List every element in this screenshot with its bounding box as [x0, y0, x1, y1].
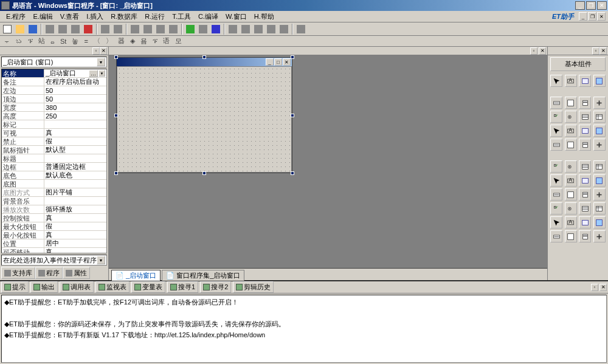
prop-row-标题[interactable]: 标题 — [2, 154, 106, 163]
prop-value-cell[interactable]: 假 — [44, 137, 106, 145]
tb-pause[interactable] — [197, 23, 209, 35]
tool-item-1[interactable]: A — [565, 75, 577, 87]
tab-vars[interactable]: 变量表 — [131, 281, 165, 293]
tool-item-32[interactable] — [550, 202, 562, 215]
form-max-button[interactable]: □ — [274, 58, 282, 66]
tool-item-15[interactable] — [593, 125, 606, 137]
prop-value-cell[interactable] — [44, 180, 106, 188]
tb-open[interactable] — [14, 23, 26, 35]
tool-item-4[interactable] — [550, 97, 562, 109]
event-selector[interactable]: 在此处选择加入事件处理子程序 ▼ — [1, 255, 107, 266]
tab-hint[interactable]: 提示 — [1, 281, 29, 293]
tool-item-33[interactable] — [565, 202, 577, 215]
al-2[interactable]: ፑ — [26, 36, 35, 46]
tb-d1[interactable] — [227, 23, 239, 35]
form-client-area[interactable] — [117, 66, 292, 173]
prop-value-cell[interactable]: 50 — [44, 95, 106, 103]
prop-value-cell[interactable]: 真 — [44, 214, 106, 222]
prop-value-cell[interactable]: 假 — [44, 222, 106, 230]
output-text[interactable]: ◆ET助手提醒您：ET助手加载完毕，按F12可调出词库，自动备份源码已开启！ ◆… — [1, 295, 607, 363]
al-6[interactable]: 놓 — [69, 36, 81, 46]
tb-layout2[interactable] — [142, 23, 154, 35]
tab-program[interactable]: 程序 — [35, 267, 63, 279]
tool-item-38[interactable] — [579, 216, 591, 228]
panel-close-button[interactable]: ✕ — [599, 47, 607, 55]
prop-row-备注[interactable]: 备注在程序启动后自动 — [2, 78, 106, 86]
tb-d3[interactable] — [252, 23, 264, 35]
doc-restore-button[interactable]: ❐ — [588, 12, 596, 21]
prop-row-底色[interactable]: 底色默认底色 — [2, 171, 106, 180]
tool-item-13[interactable]: A — [565, 125, 577, 137]
al-7[interactable]: = — [81, 37, 90, 46]
tool-item-29[interactable] — [565, 188, 577, 201]
tool-item-35[interactable] — [593, 202, 606, 215]
tab-startup-window[interactable]: 📄 _启动窗口 — [111, 270, 161, 281]
prop-row-左边[interactable]: 左边50 — [2, 86, 106, 95]
menu-run[interactable]: R.运行 — [141, 12, 168, 22]
tb-copy[interactable] — [57, 23, 69, 35]
prop-row-边框[interactable]: 边框普通固定边框 — [2, 163, 106, 171]
tb-d2[interactable] — [240, 23, 252, 35]
al-0[interactable]: ⫟ — [1, 37, 13, 46]
prop-row-位置[interactable]: 位置居中 — [2, 239, 106, 248]
al-13[interactable]: ፑ — [150, 36, 160, 46]
tool-item-7[interactable] — [593, 97, 606, 109]
tb-paste[interactable] — [69, 23, 81, 35]
tool-item-39[interactable] — [593, 216, 606, 228]
tb-new[interactable] — [1, 23, 13, 35]
close-button[interactable]: ✕ — [597, 1, 607, 10]
prop-value-cell[interactable] — [44, 197, 106, 205]
tab-properties[interactable]: 属性 — [63, 267, 90, 279]
pin-icon[interactable]: ▫ — [591, 284, 598, 291]
al-15[interactable]: 모 — [173, 36, 184, 46]
prop-row-禁止[interactable]: 禁止假 — [2, 137, 106, 146]
al-8[interactable]: 〈 — [91, 36, 103, 46]
prop-row-顶边[interactable]: 顶边50 — [2, 95, 106, 103]
prop-value-cell[interactable]: 居中 — [44, 239, 106, 247]
tb-layout1[interactable] — [129, 23, 141, 35]
tool-item-8[interactable] — [550, 111, 562, 123]
prop-value-cell[interactable] — [44, 154, 106, 162]
prop-value-cell[interactable]: 循环播放 — [44, 205, 106, 213]
tool-item-0[interactable] — [550, 75, 562, 87]
browse-button[interactable]: … — [89, 70, 98, 77]
restore-button[interactable]: ❐ — [586, 1, 596, 10]
prop-value-cell[interactable]: 默认型 — [44, 146, 106, 154]
prop-value-cell[interactable]: 50 — [44, 86, 106, 94]
prop-row-最小化按钮[interactable]: 最小化按钮真 — [2, 231, 106, 239]
tool-item-31[interactable] — [593, 188, 606, 201]
menu-window[interactable]: W.窗口 — [222, 12, 250, 22]
tool-item-34[interactable] — [579, 202, 591, 215]
prop-value-cell[interactable]: 普通固定边框 — [44, 163, 106, 171]
form-min-button[interactable]: _ — [266, 58, 274, 66]
dropdown-arrow-icon[interactable]: ▼ — [98, 70, 105, 77]
prop-row-播放次数[interactable]: 播放次数循环播放 — [2, 205, 106, 214]
tb-cut[interactable] — [44, 23, 56, 35]
resize-handle[interactable] — [202, 55, 206, 59]
form-close-button[interactable]: ✕ — [283, 58, 291, 66]
menu-insert[interactable]: I.插入 — [83, 12, 107, 22]
tb-redo[interactable] — [112, 23, 124, 35]
panel-close-button[interactable]: ✕ — [100, 47, 107, 55]
tab-search1[interactable]: 搜寻1 — [167, 281, 198, 293]
tb-d4[interactable] — [265, 23, 277, 35]
prop-value-cell[interactable]: _启动窗口…▼ — [44, 69, 106, 77]
design-form[interactable]: _ □ ✕ — [116, 57, 292, 173]
tool-item-40[interactable] — [550, 230, 562, 242]
al-1[interactable]: ಬ — [13, 37, 25, 46]
tb-delete[interactable] — [82, 23, 94, 35]
tool-item-19[interactable] — [593, 139, 606, 151]
prop-value-cell[interactable]: 250 — [44, 112, 106, 120]
prop-row-标记[interactable]: 标记 — [2, 120, 106, 129]
center-pin-icon[interactable]: ▫ — [530, 47, 537, 55]
menu-program[interactable]: E.程序 — [2, 12, 29, 22]
doc-close-button[interactable]: ✕ — [597, 12, 606, 21]
prop-value-cell[interactable] — [44, 120, 106, 128]
al-12[interactable]: 욤 — [138, 36, 150, 46]
tool-item-16[interactable] — [550, 139, 562, 151]
prop-value-cell[interactable]: 真 — [44, 248, 106, 253]
tool-item-25[interactable]: A — [565, 174, 577, 187]
al-9[interactable]: 〉 — [103, 36, 115, 46]
tab-support-lib[interactable]: 支持库 — [1, 267, 35, 279]
prop-row-可视[interactable]: 可视真 — [2, 129, 106, 137]
